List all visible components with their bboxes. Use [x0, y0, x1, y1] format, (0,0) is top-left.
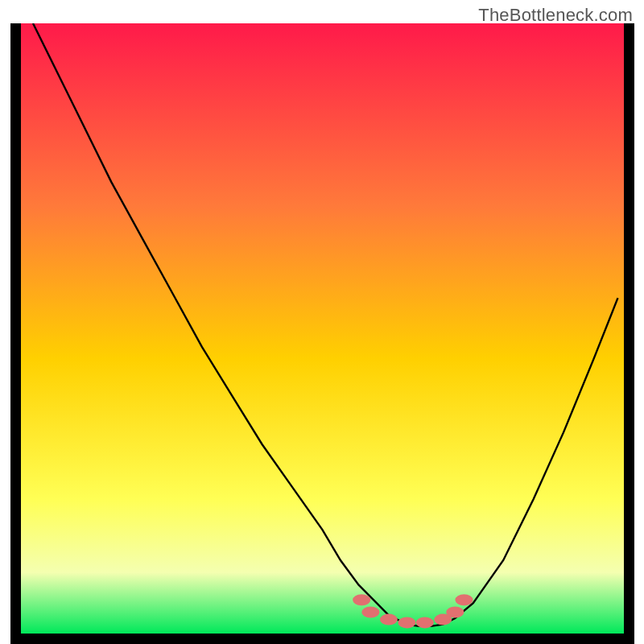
marker-dot	[456, 594, 473, 605]
gradient-background	[21, 23, 624, 634]
marker-dot	[446, 607, 464, 618]
marker-dot	[353, 594, 370, 605]
marker-dot	[380, 614, 398, 625]
marker-dot	[398, 617, 415, 628]
chart-stage: TheBottleneck.com	[0, 0, 644, 644]
plot-frame	[10, 23, 634, 644]
marker-dot	[361, 607, 379, 618]
plot-svg	[10, 23, 634, 644]
marker-dot	[416, 617, 434, 628]
